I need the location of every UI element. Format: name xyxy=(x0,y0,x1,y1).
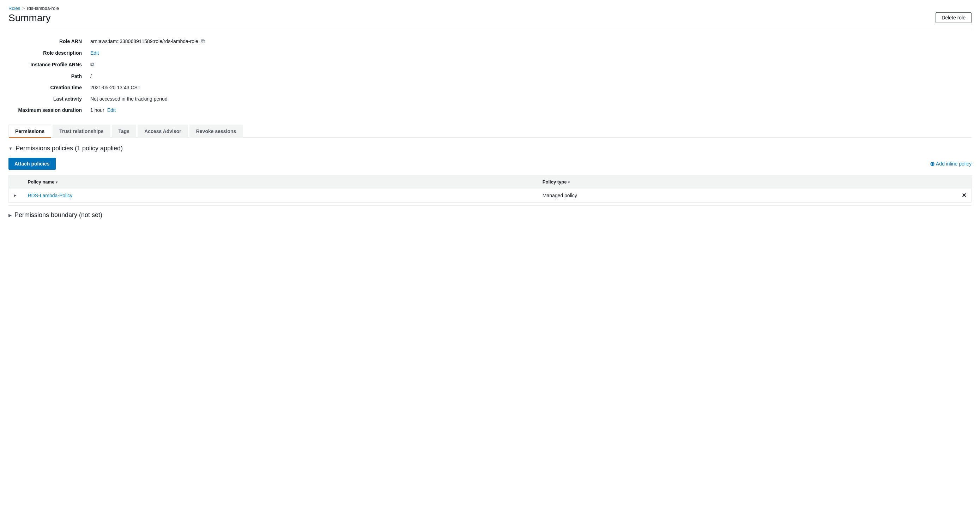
tab-trust-relationships[interactable]: Trust relationships xyxy=(52,124,110,138)
row-expand-icon[interactable]: ▶ xyxy=(9,188,23,202)
policy-name-cell: RDS-Lambda-Policy xyxy=(23,188,538,202)
max-session-edit-link[interactable]: Edit xyxy=(107,107,116,113)
permissions-policies-section-header[interactable]: ▼ Permissions policies (1 policy applied… xyxy=(8,145,972,152)
session-duration-container: 1 hour Edit xyxy=(90,107,967,113)
page-title: Summary xyxy=(8,12,51,24)
role-description-edit-link[interactable]: Edit xyxy=(90,50,99,56)
add-inline-policy-label: Add inline policy xyxy=(936,161,972,167)
policy-type-col-header[interactable]: Policy type ▾ xyxy=(538,176,957,188)
path-row: Path / xyxy=(8,70,972,82)
section-actions: Attach policies ⊕ Add inline policy xyxy=(8,158,972,170)
instance-profile-label: Instance Profile ARNs xyxy=(8,59,86,70)
breadcrumb-current: rds-lambda-role xyxy=(27,6,59,11)
policy-type-sort-icon: ▾ xyxy=(568,180,570,184)
role-arn-text: arn:aws:iam::338068911589:role/rds-lambd… xyxy=(90,38,198,44)
policy-table-header-row: Policy name ▾ Policy type ▾ xyxy=(9,176,972,188)
tab-tags[interactable]: Tags xyxy=(112,124,137,138)
copy-arn-icon[interactable]: ⧉ xyxy=(201,38,205,45)
max-session-value: 1 hour xyxy=(90,107,104,113)
details-table: Role ARN arn:aws:iam::338068911589:role/… xyxy=(8,35,972,116)
path-label: Path xyxy=(8,70,86,82)
tabs-list: Permissions Trust relationships Tags Acc… xyxy=(8,124,972,137)
policies-chevron-down-icon: ▼ xyxy=(8,146,13,151)
max-session-label: Maximum session duration xyxy=(8,105,86,116)
attach-policies-button[interactable]: Attach policies xyxy=(8,158,56,170)
last-activity-value: Not accessed in the tracking period xyxy=(86,93,972,105)
plus-circle-icon: ⊕ xyxy=(930,161,934,167)
path-value: / xyxy=(86,70,972,82)
add-inline-policy-link[interactable]: ⊕ Add inline policy xyxy=(930,161,972,167)
boundary-section-header[interactable]: ▶ Permissions boundary (not set) xyxy=(8,212,972,219)
last-activity-row: Last activity Not accessed in the tracki… xyxy=(8,93,972,105)
tab-access-advisor[interactable]: Access Advisor xyxy=(138,124,188,138)
max-session-value-cell: 1 hour Edit xyxy=(86,105,972,116)
policy-name-sort-icon: ▾ xyxy=(56,180,57,184)
tab-revoke-sessions[interactable]: Revoke sessions xyxy=(189,124,243,138)
policy-name-link[interactable]: RDS-Lambda-Policy xyxy=(28,193,73,198)
tab-permissions[interactable]: Permissions xyxy=(8,124,51,138)
policy-type-cell: Managed policy xyxy=(538,188,957,202)
copy-instance-profile-icon[interactable]: ⧉ xyxy=(90,61,94,68)
instance-profile-row: Instance Profile ARNs ⧉ xyxy=(8,59,972,70)
role-description-value-cell: Edit xyxy=(86,47,972,59)
delete-role-button[interactable]: Delete role xyxy=(935,12,972,23)
creation-time-value: 2021-05-20 13:43 CST xyxy=(86,82,972,93)
boundary-chevron-right-icon: ▶ xyxy=(8,213,12,218)
policy-name-col-label: Policy name xyxy=(28,179,55,185)
header-divider xyxy=(8,31,972,31)
policy-table: Policy name ▾ Policy type ▾ ▶ RDS-Lambda… xyxy=(8,175,972,202)
role-arn-label: Role ARN xyxy=(8,35,86,47)
role-arn-value-cell: arn:aws:iam::338068911589:role/rds-lambd… xyxy=(86,35,972,47)
breadcrumb-separator: > xyxy=(22,6,25,11)
policy-action-col-header xyxy=(957,176,972,188)
table-row: ▶ RDS-Lambda-Policy Managed policy ✕ xyxy=(9,188,972,202)
page-header: Summary Delete role xyxy=(8,12,972,24)
policy-type-col-label: Policy type xyxy=(542,179,567,185)
role-arn-row: Role ARN arn:aws:iam::338068911589:role/… xyxy=(8,35,972,47)
policy-name-col-header[interactable]: Policy name ▾ xyxy=(23,176,538,188)
role-description-row: Role description Edit xyxy=(8,47,972,59)
boundary-section: ▶ Permissions boundary (not set) xyxy=(8,205,972,219)
last-activity-label: Last activity xyxy=(8,93,86,105)
policies-section-title: Permissions policies (1 policy applied) xyxy=(16,145,123,152)
permissions-tab-content: ▼ Permissions policies (1 policy applied… xyxy=(8,138,972,226)
policy-remove-cell: ✕ xyxy=(957,188,972,202)
max-session-row: Maximum session duration 1 hour Edit xyxy=(8,105,972,116)
boundary-section-title: Permissions boundary (not set) xyxy=(14,212,102,219)
tabs-container: Permissions Trust relationships Tags Acc… xyxy=(8,124,972,138)
page-container: Roles > rds-lambda-role Summary Delete r… xyxy=(0,0,980,231)
remove-policy-button[interactable]: ✕ xyxy=(962,192,966,199)
breadcrumb-roles-link[interactable]: Roles xyxy=(8,6,20,11)
policy-table-expand-col xyxy=(9,176,23,188)
role-description-label: Role description xyxy=(8,47,86,59)
creation-time-row: Creation time 2021-05-20 13:43 CST xyxy=(8,82,972,93)
arn-value-container: arn:aws:iam::338068911589:role/rds-lambd… xyxy=(90,38,967,45)
breadcrumb: Roles > rds-lambda-role xyxy=(8,6,972,11)
creation-time-label: Creation time xyxy=(8,82,86,93)
instance-profile-value-cell: ⧉ xyxy=(86,59,972,70)
